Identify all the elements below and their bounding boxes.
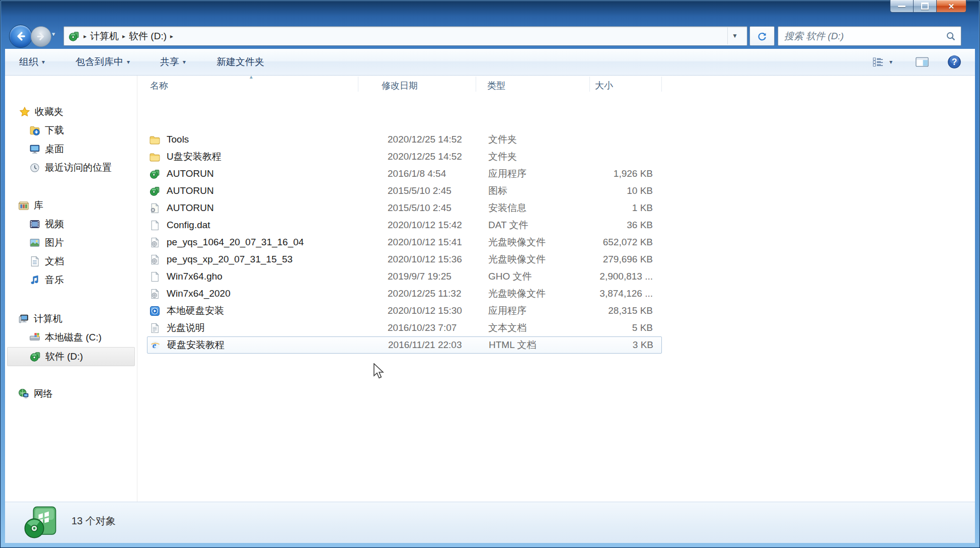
forward-icon bbox=[36, 31, 46, 42]
file-type: DAT 文件 bbox=[488, 219, 591, 232]
file-date: 2016/10/23 7:07 bbox=[388, 322, 488, 333]
sidebar-item-pictures[interactable]: 图片 bbox=[29, 234, 64, 252]
videos-icon bbox=[29, 219, 40, 230]
column-divider[interactable] bbox=[358, 77, 358, 92]
file-size: 36 KB bbox=[591, 220, 662, 231]
file-size: 652,072 KB bbox=[591, 237, 662, 248]
file-name: AUTORUN bbox=[167, 185, 214, 196]
include-in-library-button[interactable]: 包含到库中 ▾ bbox=[76, 49, 130, 75]
refresh-button[interactable] bbox=[749, 26, 775, 46]
sidebar-item-favorites[interactable]: 收藏夹 bbox=[19, 103, 63, 121]
file-row[interactable]: 本地硬盘安装 2020/10/12 15:30 应用程序 28,315 KB bbox=[147, 302, 662, 319]
forward-button[interactable] bbox=[31, 26, 51, 47]
new-folder-button[interactable]: 新建文件夹 bbox=[216, 49, 264, 75]
setup-info-icon bbox=[149, 203, 160, 214]
ie-html-icon bbox=[150, 340, 161, 351]
green-disc-app-icon bbox=[149, 186, 160, 196]
file-name: Win7x64_2020 bbox=[167, 288, 231, 299]
file-date: 2020/12/25 14:52 bbox=[388, 134, 488, 145]
column-headers: ▲ 名称 修改日期 类型 大小 bbox=[141, 76, 975, 94]
item-count: 13 个对象 bbox=[71, 514, 116, 528]
search-box[interactable]: 搜索 软件 (D:) bbox=[778, 26, 961, 46]
column-header-size[interactable]: 大小 bbox=[595, 80, 613, 92]
file-row[interactable]: pe_yqs_xp_20_07_31_15_53 2020/10/12 15:3… bbox=[147, 251, 662, 268]
address-dropdown-button[interactable]: ▼ bbox=[727, 27, 742, 44]
preview-pane-button[interactable] bbox=[915, 49, 929, 75]
file-row-selected[interactable]: 硬盘安装教程 2016/11/21 22:03 HTML 文档 3 KB bbox=[147, 336, 662, 354]
disc-image-icon bbox=[149, 254, 160, 265]
sidebar-item-computer[interactable]: 计算机 bbox=[18, 310, 62, 328]
breadcrumb-computer[interactable]: 计算机 bbox=[90, 30, 119, 43]
file-row[interactable]: Win7x64.gho 2019/9/7 19:25 GHO 文件 2,900,… bbox=[147, 268, 662, 285]
recent-places-icon bbox=[29, 162, 40, 173]
column-divider[interactable] bbox=[476, 77, 476, 92]
sidebar-item-downloads[interactable]: 下载 bbox=[29, 121, 64, 140]
column-divider[interactable] bbox=[589, 77, 590, 92]
organize-button[interactable]: 组织 ▾ bbox=[19, 49, 45, 75]
back-button[interactable] bbox=[9, 25, 32, 48]
file-row[interactable]: U盘安装教程 2020/12/25 14:52 文件夹 bbox=[147, 148, 662, 165]
file-row[interactable]: pe_yqs_1064_20_07_31_16_04 2020/10/12 15… bbox=[147, 234, 662, 251]
sidebar-item-local-disk-c[interactable]: 本地磁盘 (C:) bbox=[29, 328, 102, 347]
file-row[interactable]: 光盘说明 2016/10/23 7:07 文本文档 5 KB bbox=[147, 319, 662, 336]
column-header-date[interactable]: 修改日期 bbox=[382, 80, 418, 92]
file-rows: Tools 2020/12/25 14:52 文件夹 U盘安装教程 2020/1… bbox=[147, 131, 662, 354]
hard-disk-icon bbox=[29, 332, 40, 343]
file-size: 1 KB bbox=[591, 202, 662, 214]
folder-icon bbox=[149, 134, 160, 145]
breadcrumb-separator-icon: ▸ bbox=[122, 33, 125, 40]
column-divider[interactable] bbox=[661, 77, 662, 92]
file-size: 3 KB bbox=[592, 339, 662, 351]
minimize-icon bbox=[898, 6, 906, 7]
breadcrumb-separator-icon: ▸ bbox=[84, 33, 87, 40]
text-file-icon bbox=[149, 323, 160, 333]
change-view-button[interactable]: ▾ bbox=[873, 49, 892, 75]
file-row[interactable]: AUTORUN 2015/5/10 2:45 安装信息 1 KB bbox=[147, 199, 662, 217]
back-icon bbox=[15, 30, 27, 42]
sidebar-item-recent-places[interactable]: 最近访问的位置 bbox=[29, 159, 112, 177]
share-button[interactable]: 共享 ▾ bbox=[160, 49, 186, 75]
file-row[interactable]: Win7x64_2020 2020/12/25 11:32 光盘映像文件 3,8… bbox=[147, 285, 662, 302]
documents-icon bbox=[29, 256, 40, 267]
file-type: 光盘映像文件 bbox=[488, 253, 591, 266]
help-button[interactable] bbox=[947, 49, 961, 75]
sidebar-item-libraries[interactable]: 库 bbox=[18, 196, 43, 215]
file-name: Config.dat bbox=[167, 220, 210, 231]
sidebar-item-documents[interactable]: 文档 bbox=[29, 252, 64, 270]
disc-image-icon bbox=[149, 237, 160, 248]
file-name: Tools bbox=[167, 134, 189, 145]
sidebar-item-drive-d[interactable]: 软件 (D:) bbox=[7, 347, 135, 366]
sidebar-item-network[interactable]: 网络 bbox=[18, 385, 53, 403]
sidebar-item-music[interactable]: 音乐 bbox=[29, 271, 64, 289]
file-name: Win7x64.gho bbox=[167, 271, 222, 282]
file-type: HTML 文档 bbox=[489, 338, 592, 352]
address-bar[interactable]: ▸ 计算机 ▸ 软件 (D:) ▸ ▼ bbox=[63, 26, 747, 46]
sidebar-item-videos[interactable]: 视频 bbox=[29, 215, 64, 233]
file-row[interactable]: AUTORUN 2015/5/10 2:45 图标 10 KB bbox=[147, 182, 662, 199]
breadcrumb-drive[interactable]: 软件 (D:) bbox=[129, 30, 167, 43]
recent-pages-dropdown[interactable]: ▾ bbox=[52, 30, 55, 38]
file-type: 光盘映像文件 bbox=[488, 236, 591, 249]
search-icon bbox=[946, 31, 956, 41]
file-row[interactable]: Tools 2020/12/25 14:52 文件夹 bbox=[147, 131, 662, 148]
sidebar-label: 桌面 bbox=[45, 143, 64, 156]
libraries-icon bbox=[18, 200, 29, 211]
column-header-type[interactable]: 类型 bbox=[487, 80, 505, 92]
file-type: 应用程序 bbox=[488, 304, 591, 317]
file-row[interactable]: Config.dat 2020/10/12 15:42 DAT 文件 36 KB bbox=[147, 217, 662, 234]
file-date: 2020/10/12 15:36 bbox=[388, 254, 488, 265]
file-row[interactable]: AUTORUN 2016/1/8 4:54 应用程序 1,926 KB bbox=[147, 165, 662, 182]
include-in-library-label: 包含到库中 bbox=[76, 55, 123, 68]
help-icon bbox=[947, 55, 961, 69]
file-name: pe_yqs_xp_20_07_31_15_53 bbox=[167, 254, 292, 265]
sidebar-item-desktop[interactable]: 桌面 bbox=[29, 140, 64, 158]
column-header-name[interactable]: 名称 bbox=[150, 80, 168, 92]
file-name: AUTORUN bbox=[167, 202, 214, 214]
sidebar-label: 库 bbox=[34, 199, 43, 212]
file-name: 本地硬盘安装 bbox=[167, 304, 224, 317]
window-controls: ✕ bbox=[890, 0, 966, 13]
downloads-folder-icon bbox=[29, 125, 40, 136]
maximize-button[interactable] bbox=[914, 0, 937, 13]
close-button[interactable]: ✕ bbox=[937, 0, 966, 13]
minimize-button[interactable] bbox=[890, 0, 914, 13]
